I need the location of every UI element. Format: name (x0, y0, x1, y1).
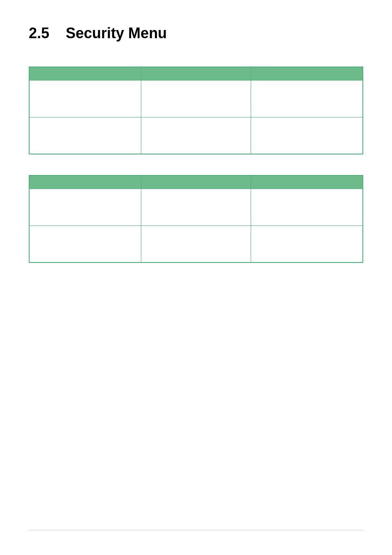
table-2-col3-header (251, 175, 363, 189)
table-2-col1-header (29, 175, 141, 189)
table-1 (29, 67, 363, 154)
table-2-row2-col2 (141, 226, 251, 263)
table-1-row2-col1 (29, 117, 141, 154)
table-1-header-row (29, 67, 363, 80)
table-2-col2-header (141, 175, 251, 189)
table-1-row2-col3 (251, 117, 363, 154)
table-1-col1-header (29, 67, 141, 80)
footer-divider (29, 530, 363, 530)
table-2-header-row (29, 175, 363, 189)
page-container: 2.5 Security Menu (0, 0, 392, 308)
page-title-container: 2.5 Security Menu (29, 25, 363, 42)
table-2 (29, 175, 363, 263)
table-2-row2-col1 (29, 226, 141, 263)
section-number: 2.5 (29, 25, 49, 42)
table-1-row1-col3 (251, 80, 363, 117)
table-1-col2-header (141, 67, 251, 80)
table-section-2 (29, 175, 363, 263)
table-row (29, 226, 363, 263)
table-2-row1-col1 (29, 189, 141, 226)
table-1-row1-col1 (29, 80, 141, 117)
table-row (29, 117, 363, 154)
table-1-col3-header (251, 67, 363, 80)
table-row (29, 80, 363, 117)
table-section-1 (29, 67, 363, 154)
table-1-row2-col2 (141, 117, 251, 154)
table-1-row1-col2 (141, 80, 251, 117)
table-2-row1-col3 (251, 189, 363, 226)
table-row (29, 189, 363, 226)
section-title: Security Menu (66, 25, 167, 42)
table-2-row2-col3 (251, 226, 363, 263)
table-2-row1-col2 (141, 189, 251, 226)
